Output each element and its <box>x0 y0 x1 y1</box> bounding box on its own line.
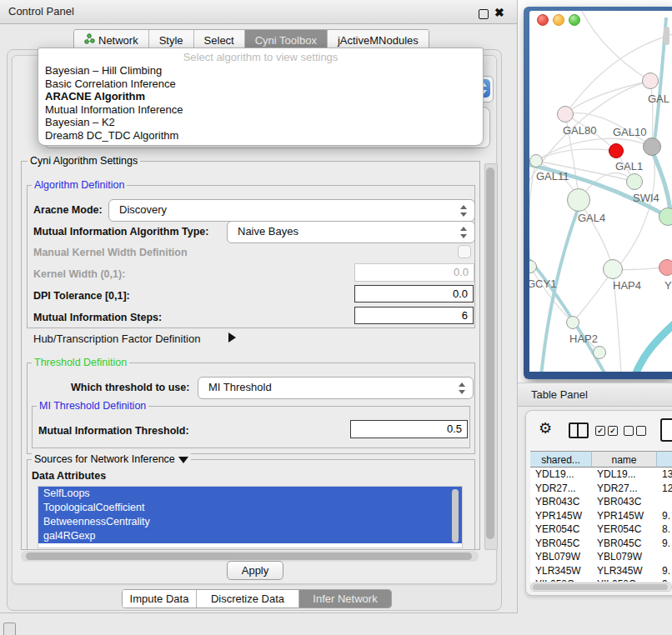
table-row[interactable]: YPR145WYPR145W9. <box>530 509 672 523</box>
node-label-hap2: HAP2 <box>569 332 598 345</box>
algorithm-item-aracne-algorithm[interactable]: ARACNE Algorithm <box>38 90 483 103</box>
node-label-gcy1: GCY1 <box>529 278 556 290</box>
tab-label: Cyni Toolbox <box>255 34 317 47</box>
tab-label: Network <box>98 34 138 47</box>
network-node-gal10[interactable] <box>609 143 624 158</box>
attribute-item-betweennesscentrality[interactable]: BetweennessCentrality <box>38 515 462 529</box>
node-label-swi4: SWI4 <box>633 192 659 204</box>
network-node-swi4[interactable] <box>659 208 672 226</box>
table-row[interactable]: YLR345WYLR345W9. <box>530 564 672 578</box>
network-view-window[interactable]: GALGAL80GAL10GAL11GAL1SWI4GAL4GCY1HAP4YH… <box>524 7 672 379</box>
algorithm-item-bayesian-hill-climbing[interactable]: Bayesian – Hill Climbing <box>38 64 483 78</box>
table-row[interactable]: YER054CYER054C8. <box>530 522 672 537</box>
network-node-y[interactable] <box>659 259 672 276</box>
mi-type-label: Mutual Information Algorithm Type: <box>33 226 208 238</box>
table-icon[interactable] <box>660 418 672 442</box>
scrollbar-thumb[interactable] <box>486 168 494 539</box>
attribute-item-selfloops[interactable]: SelfLoops <box>38 487 462 501</box>
scrollbar-thumb[interactable] <box>533 584 668 590</box>
cyni-algorithm-settings-title: Cyni Algorithm Settings <box>28 155 140 167</box>
scrollbar-thumb[interactable] <box>26 552 472 560</box>
sources-group-title[interactable]: Sources for Network Inference <box>32 453 191 465</box>
table-cell: YPR145W <box>530 509 592 523</box>
network-node[interactable] <box>593 346 606 359</box>
tab-infer-network[interactable]: Infer Network <box>299 590 391 608</box>
algorithm-item-mutual-information-inference[interactable]: Mutual Information Inference <box>38 103 483 117</box>
attributes-list-scrollbar[interactable] <box>452 489 459 542</box>
network-node-gal80[interactable] <box>557 106 574 122</box>
network-node-gal1[interactable] <box>626 173 643 190</box>
settings-vertical-scrollbar[interactable] <box>484 163 498 550</box>
table-cell: 8. <box>657 522 672 537</box>
chevron-updown-icon <box>459 382 465 394</box>
mi-type-combobox[interactable]: Naive Bayes <box>227 221 475 243</box>
table-cell: YBR043C <box>592 495 657 509</box>
tab-discretize-data[interactable]: Discretize Data <box>197 590 299 608</box>
network-node-gal4[interactable] <box>567 188 590 212</box>
table-row[interactable]: YDR27...YDR27...12 <box>530 482 672 496</box>
algorithm-item-basic-correlation-inference[interactable]: Basic Correlation Inference <box>38 78 483 91</box>
kernel-width-input[interactable]: 0.0 <box>354 263 474 282</box>
close-icon[interactable]: ✖ <box>494 6 504 19</box>
hub-definition-expander[interactable]: Hub/Transcription Factor Definition <box>33 332 200 345</box>
tab-label: Style <box>159 34 183 47</box>
network-node-hap2[interactable] <box>566 316 579 329</box>
mi-type-value: Naive Bayes <box>238 225 298 238</box>
table-cell: YBL079W <box>592 550 657 564</box>
network-node[interactable] <box>643 138 661 156</box>
zoom-traffic-light-icon[interactable] <box>569 14 580 26</box>
column-header-a[interactable]: A <box>657 451 672 468</box>
tab-impute-data[interactable]: Impute Data <box>123 590 197 608</box>
algorithm-item-bayesian-k2[interactable]: Bayesian – K2 <box>38 116 483 129</box>
deselect-all-checkboxes-icon[interactable] <box>624 426 646 436</box>
chevron-updown-icon <box>460 205 467 217</box>
data-attributes-list[interactable]: SelfLoopsTopologicalCoefficientBetweenne… <box>38 486 463 548</box>
table-cell: YER054C <box>530 522 592 537</box>
network-node-gal11[interactable] <box>529 154 543 168</box>
gear-icon[interactable]: ⚙ <box>539 419 552 437</box>
column-header-shared[interactable]: shared... <box>530 451 592 468</box>
apply-button[interactable]: Apply <box>227 561 283 580</box>
attribute-item-gal4rgexp[interactable]: gal4RGexp <box>38 529 462 543</box>
table-row[interactable]: YDL19...YDL19...13 <box>530 468 672 482</box>
algorithm-definition-title: Algorithm Definition <box>32 179 127 191</box>
table-row[interactable]: YBR043CYBR043C <box>530 495 672 509</box>
table-horizontal-scrollbar[interactable] <box>530 582 672 592</box>
column-header-name[interactable]: name <box>592 451 657 468</box>
table-cell: 13 <box>657 468 672 482</box>
attribute-item-topologicalcoefficient[interactable]: TopologicalCoefficient <box>38 501 462 515</box>
network-node-hap4[interactable] <box>603 259 623 279</box>
table-panel-titlebar: Table Panel <box>518 382 672 407</box>
manual-kernel-checkbox[interactable] <box>458 245 471 258</box>
mi-threshold-input[interactable]: 0.5 <box>350 420 468 438</box>
select-all-checkboxes-icon[interactable]: ✓✓ <box>595 426 618 436</box>
float-window-icon[interactable] <box>479 9 489 19</box>
column-view-icon[interactable] <box>569 422 589 438</box>
algorithm-item-dream8-dc-tdc-algorithm[interactable]: Dream8 DC_TDC Algorithm <box>38 129 483 142</box>
table-cell: YER054C <box>592 522 657 537</box>
dpi-tolerance-input[interactable]: 0.0 <box>354 285 474 302</box>
which-threshold-value: MI Threshold <box>208 381 272 393</box>
table-cell: YLR345W <box>530 564 592 578</box>
network-node-gcy1[interactable] <box>529 260 537 273</box>
network-scrollbar[interactable] <box>664 27 669 45</box>
close-traffic-light-icon[interactable] <box>537 14 549 26</box>
network-node-gal[interactable] <box>642 72 659 89</box>
table-row[interactable]: YBL079WYBL079W <box>530 550 672 564</box>
table-header: shared...nameA <box>530 451 672 468</box>
aracne-mode-combobox[interactable]: Discovery <box>108 199 475 222</box>
table-cell: YLR345W <box>592 564 657 578</box>
mi-steps-input[interactable]: 6 <box>354 307 474 324</box>
table-row[interactable]: YIL052CYIL052C9 <box>530 578 672 582</box>
minimize-traffic-light-icon[interactable] <box>553 14 564 26</box>
network-canvas[interactable]: GALGAL80GAL10GAL11GAL1SWI4GAL4GCY1HAP4YH… <box>529 11 672 372</box>
collapsed-panel-icon[interactable] <box>3 622 16 635</box>
control-panel-titlebar: Control Panel <box>0 0 517 24</box>
node-label-y: Y <box>664 279 672 292</box>
which-threshold-combobox[interactable]: MI Threshold <box>198 377 474 399</box>
aracne-mode-value: Discovery <box>119 203 167 216</box>
which-threshold-label: Which threshold to use: <box>71 382 189 393</box>
table-row[interactable]: YBR045CYBR045C9. <box>530 537 672 551</box>
mi-steps-label: Mutual Information Steps: <box>33 312 162 323</box>
expand-right-icon[interactable] <box>228 332 236 342</box>
